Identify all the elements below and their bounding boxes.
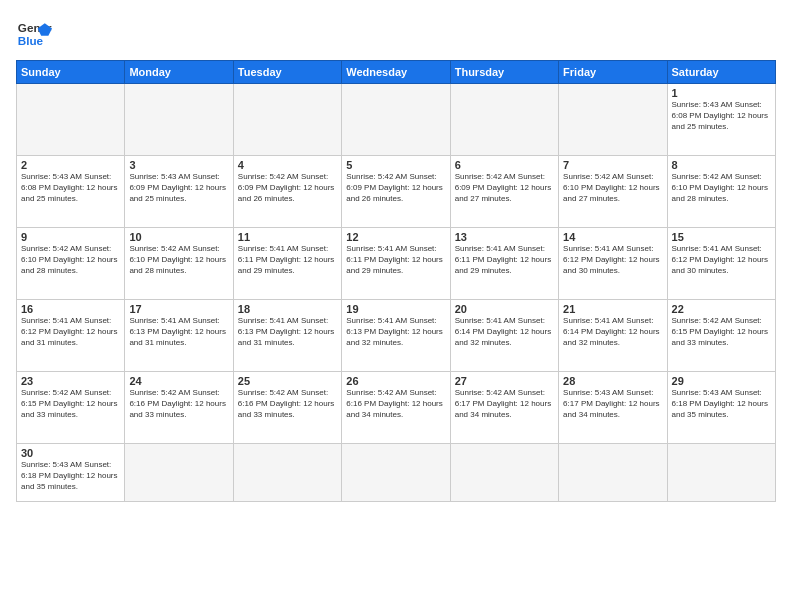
calendar-cell: 6Sunrise: 5:42 AM Sunset: 6:09 PM Daylig… <box>450 156 558 228</box>
day-number: 13 <box>455 231 554 243</box>
day-info: Sunrise: 5:43 AM Sunset: 6:08 PM Dayligh… <box>672 100 771 132</box>
day-info: Sunrise: 5:41 AM Sunset: 6:12 PM Dayligh… <box>672 244 771 276</box>
svg-text:Blue: Blue <box>18 34 44 47</box>
generalblue-logo-icon: General Blue <box>16 16 52 52</box>
calendar-cell: 1Sunrise: 5:43 AM Sunset: 6:08 PM Daylig… <box>667 84 775 156</box>
weekday-header-wednesday: Wednesday <box>342 61 450 84</box>
day-number: 1 <box>672 87 771 99</box>
day-info: Sunrise: 5:41 AM Sunset: 6:13 PM Dayligh… <box>129 316 228 348</box>
calendar-cell <box>559 84 667 156</box>
day-info: Sunrise: 5:43 AM Sunset: 6:08 PM Dayligh… <box>21 172 120 204</box>
day-info: Sunrise: 5:41 AM Sunset: 6:14 PM Dayligh… <box>563 316 662 348</box>
calendar-cell <box>667 444 775 502</box>
weekday-header-friday: Friday <box>559 61 667 84</box>
day-number: 18 <box>238 303 337 315</box>
calendar-cell: 18Sunrise: 5:41 AM Sunset: 6:13 PM Dayli… <box>233 300 341 372</box>
day-info: Sunrise: 5:41 AM Sunset: 6:11 PM Dayligh… <box>346 244 445 276</box>
calendar-cell: 23Sunrise: 5:42 AM Sunset: 6:15 PM Dayli… <box>17 372 125 444</box>
calendar-cell: 12Sunrise: 5:41 AM Sunset: 6:11 PM Dayli… <box>342 228 450 300</box>
day-number: 22 <box>672 303 771 315</box>
day-info: Sunrise: 5:41 AM Sunset: 6:13 PM Dayligh… <box>238 316 337 348</box>
calendar-cell: 28Sunrise: 5:43 AM Sunset: 6:17 PM Dayli… <box>559 372 667 444</box>
calendar-cell: 5Sunrise: 5:42 AM Sunset: 6:09 PM Daylig… <box>342 156 450 228</box>
day-number: 23 <box>21 375 120 387</box>
weekday-header-saturday: Saturday <box>667 61 775 84</box>
day-info: Sunrise: 5:42 AM Sunset: 6:15 PM Dayligh… <box>21 388 120 420</box>
day-number: 15 <box>672 231 771 243</box>
calendar-cell <box>17 84 125 156</box>
calendar-cell: 26Sunrise: 5:42 AM Sunset: 6:16 PM Dayli… <box>342 372 450 444</box>
day-number: 20 <box>455 303 554 315</box>
day-info: Sunrise: 5:42 AM Sunset: 6:09 PM Dayligh… <box>455 172 554 204</box>
calendar-cell: 29Sunrise: 5:43 AM Sunset: 6:18 PM Dayli… <box>667 372 775 444</box>
calendar-cell: 15Sunrise: 5:41 AM Sunset: 6:12 PM Dayli… <box>667 228 775 300</box>
weekday-header-row: SundayMondayTuesdayWednesdayThursdayFrid… <box>17 61 776 84</box>
calendar-cell: 25Sunrise: 5:42 AM Sunset: 6:16 PM Dayli… <box>233 372 341 444</box>
day-number: 8 <box>672 159 771 171</box>
calendar-week-row: 2Sunrise: 5:43 AM Sunset: 6:08 PM Daylig… <box>17 156 776 228</box>
calendar-week-row: 16Sunrise: 5:41 AM Sunset: 6:12 PM Dayli… <box>17 300 776 372</box>
calendar-cell: 20Sunrise: 5:41 AM Sunset: 6:14 PM Dayli… <box>450 300 558 372</box>
day-info: Sunrise: 5:43 AM Sunset: 6:17 PM Dayligh… <box>563 388 662 420</box>
calendar-cell: 16Sunrise: 5:41 AM Sunset: 6:12 PM Dayli… <box>17 300 125 372</box>
calendar-week-row: 1Sunrise: 5:43 AM Sunset: 6:08 PM Daylig… <box>17 84 776 156</box>
day-number: 24 <box>129 375 228 387</box>
day-info: Sunrise: 5:42 AM Sunset: 6:10 PM Dayligh… <box>129 244 228 276</box>
calendar-cell <box>450 444 558 502</box>
day-info: Sunrise: 5:43 AM Sunset: 6:18 PM Dayligh… <box>672 388 771 420</box>
page: General Blue SundayMondayTuesdayWednesda… <box>0 0 792 612</box>
weekday-header-sunday: Sunday <box>17 61 125 84</box>
calendar-week-row: 9Sunrise: 5:42 AM Sunset: 6:10 PM Daylig… <box>17 228 776 300</box>
calendar-week-row: 23Sunrise: 5:42 AM Sunset: 6:15 PM Dayli… <box>17 372 776 444</box>
day-number: 2 <box>21 159 120 171</box>
calendar-cell <box>233 84 341 156</box>
day-number: 30 <box>21 447 120 459</box>
day-number: 10 <box>129 231 228 243</box>
day-info: Sunrise: 5:42 AM Sunset: 6:10 PM Dayligh… <box>563 172 662 204</box>
weekday-header-thursday: Thursday <box>450 61 558 84</box>
day-number: 16 <box>21 303 120 315</box>
day-info: Sunrise: 5:42 AM Sunset: 6:10 PM Dayligh… <box>672 172 771 204</box>
logo: General Blue <box>16 16 52 52</box>
day-number: 21 <box>563 303 662 315</box>
day-info: Sunrise: 5:41 AM Sunset: 6:14 PM Dayligh… <box>455 316 554 348</box>
calendar-cell: 10Sunrise: 5:42 AM Sunset: 6:10 PM Dayli… <box>125 228 233 300</box>
calendar: SundayMondayTuesdayWednesdayThursdayFrid… <box>16 60 776 502</box>
day-number: 19 <box>346 303 445 315</box>
day-info: Sunrise: 5:42 AM Sunset: 6:10 PM Dayligh… <box>21 244 120 276</box>
calendar-cell: 9Sunrise: 5:42 AM Sunset: 6:10 PM Daylig… <box>17 228 125 300</box>
day-info: Sunrise: 5:42 AM Sunset: 6:16 PM Dayligh… <box>129 388 228 420</box>
calendar-cell: 19Sunrise: 5:41 AM Sunset: 6:13 PM Dayli… <box>342 300 450 372</box>
calendar-cell: 14Sunrise: 5:41 AM Sunset: 6:12 PM Dayli… <box>559 228 667 300</box>
calendar-cell: 30Sunrise: 5:43 AM Sunset: 6:18 PM Dayli… <box>17 444 125 502</box>
calendar-cell: 17Sunrise: 5:41 AM Sunset: 6:13 PM Dayli… <box>125 300 233 372</box>
calendar-cell <box>559 444 667 502</box>
calendar-cell: 24Sunrise: 5:42 AM Sunset: 6:16 PM Dayli… <box>125 372 233 444</box>
calendar-cell: 11Sunrise: 5:41 AM Sunset: 6:11 PM Dayli… <box>233 228 341 300</box>
day-info: Sunrise: 5:43 AM Sunset: 6:18 PM Dayligh… <box>21 460 120 492</box>
calendar-cell: 22Sunrise: 5:42 AM Sunset: 6:15 PM Dayli… <box>667 300 775 372</box>
day-number: 14 <box>563 231 662 243</box>
day-number: 29 <box>672 375 771 387</box>
calendar-cell: 7Sunrise: 5:42 AM Sunset: 6:10 PM Daylig… <box>559 156 667 228</box>
day-number: 4 <box>238 159 337 171</box>
day-number: 7 <box>563 159 662 171</box>
day-info: Sunrise: 5:43 AM Sunset: 6:09 PM Dayligh… <box>129 172 228 204</box>
calendar-cell <box>125 444 233 502</box>
weekday-header-monday: Monday <box>125 61 233 84</box>
weekday-header-tuesday: Tuesday <box>233 61 341 84</box>
day-info: Sunrise: 5:41 AM Sunset: 6:11 PM Dayligh… <box>455 244 554 276</box>
calendar-cell: 27Sunrise: 5:42 AM Sunset: 6:17 PM Dayli… <box>450 372 558 444</box>
calendar-cell <box>450 84 558 156</box>
calendar-week-row: 30Sunrise: 5:43 AM Sunset: 6:18 PM Dayli… <box>17 444 776 502</box>
day-number: 5 <box>346 159 445 171</box>
day-number: 6 <box>455 159 554 171</box>
day-info: Sunrise: 5:42 AM Sunset: 6:16 PM Dayligh… <box>346 388 445 420</box>
calendar-cell <box>233 444 341 502</box>
day-number: 27 <box>455 375 554 387</box>
calendar-cell: 4Sunrise: 5:42 AM Sunset: 6:09 PM Daylig… <box>233 156 341 228</box>
calendar-cell <box>342 444 450 502</box>
day-number: 9 <box>21 231 120 243</box>
day-number: 11 <box>238 231 337 243</box>
day-info: Sunrise: 5:41 AM Sunset: 6:12 PM Dayligh… <box>563 244 662 276</box>
